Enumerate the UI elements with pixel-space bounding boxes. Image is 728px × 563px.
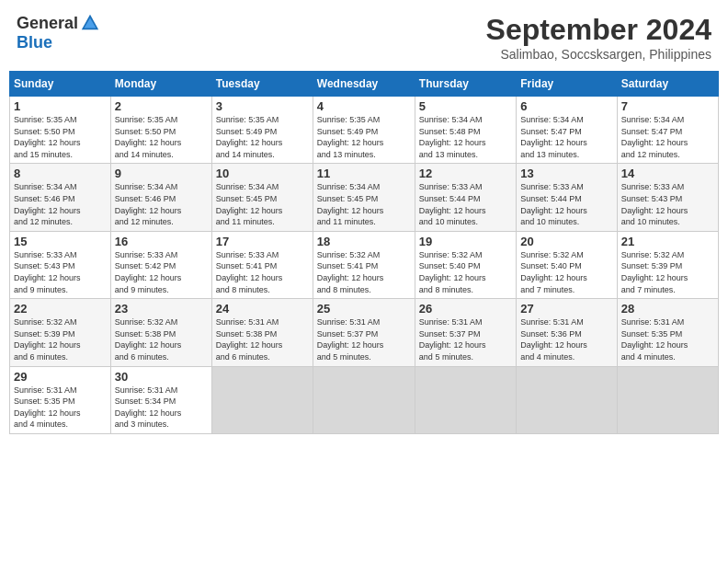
day-number: 1 xyxy=(14,99,107,113)
day-info: Sunrise: 5:33 AMSunset: 5:44 PMDaylight:… xyxy=(419,181,512,227)
day-number: 9 xyxy=(115,167,208,180)
calendar-cell: 23Sunrise: 5:32 AMSunset: 5:38 PMDayligh… xyxy=(110,299,211,366)
day-info: Sunrise: 5:31 AMSunset: 5:34 PMDaylight:… xyxy=(115,385,208,431)
calendar-cell: 14Sunrise: 5:33 AMSunset: 5:43 PMDayligh… xyxy=(617,164,718,231)
calendar-cell: 1Sunrise: 5:35 AMSunset: 5:50 PMDaylight… xyxy=(10,97,111,164)
calendar-cell: 18Sunrise: 5:32 AMSunset: 5:41 PMDayligh… xyxy=(313,231,415,298)
logo-icon xyxy=(80,13,100,33)
calendar-cell: 21Sunrise: 5:32 AMSunset: 5:39 PMDayligh… xyxy=(617,231,718,298)
day-info: Sunrise: 5:34 AMSunset: 5:47 PMDaylight:… xyxy=(621,114,714,160)
calendar-cell: 4Sunrise: 5:35 AMSunset: 5:49 PMDaylight… xyxy=(313,97,415,164)
day-number: 3 xyxy=(216,99,309,113)
day-info: Sunrise: 5:33 AMSunset: 5:44 PMDaylight:… xyxy=(520,181,612,227)
calendar-cell: 5Sunrise: 5:34 AMSunset: 5:48 PMDaylight… xyxy=(415,97,516,164)
day-info: Sunrise: 5:34 AMSunset: 5:45 PMDaylight:… xyxy=(317,181,411,227)
weekday-header-saturday: Saturday xyxy=(617,72,718,97)
calendar-table: SundayMondayTuesdayWednesdayThursdayFrid… xyxy=(9,71,719,434)
calendar-cell: 10Sunrise: 5:34 AMSunset: 5:45 PMDayligh… xyxy=(211,164,313,231)
weekday-header-thursday: Thursday xyxy=(415,72,516,97)
day-number: 7 xyxy=(621,99,714,113)
day-info: Sunrise: 5:31 AMSunset: 5:38 PMDaylight:… xyxy=(216,316,309,362)
day-info: Sunrise: 5:33 AMSunset: 5:43 PMDaylight:… xyxy=(14,249,107,295)
logo-blue-text: Blue xyxy=(17,33,52,52)
day-number: 21 xyxy=(621,235,714,248)
day-info: Sunrise: 5:32 AMSunset: 5:38 PMDaylight:… xyxy=(115,316,208,362)
weekday-header-monday: Monday xyxy=(110,72,211,97)
location: Salimbao, Soccsksargen, Philippines xyxy=(486,47,711,62)
calendar-cell: 20Sunrise: 5:32 AMSunset: 5:40 PMDayligh… xyxy=(517,231,617,298)
day-number: 16 xyxy=(115,235,208,248)
weekday-header-row: SundayMondayTuesdayWednesdayThursdayFrid… xyxy=(10,72,719,97)
calendar-cell: 17Sunrise: 5:33 AMSunset: 5:41 PMDayligh… xyxy=(211,231,313,298)
title-section: September 2024 Salimbao, Soccsksargen, P… xyxy=(486,13,711,62)
weekday-header-tuesday: Tuesday xyxy=(211,72,313,97)
day-number: 18 xyxy=(317,235,411,248)
calendar-cell: 19Sunrise: 5:32 AMSunset: 5:40 PMDayligh… xyxy=(415,231,516,298)
day-number: 24 xyxy=(216,302,309,316)
calendar-cell: 2Sunrise: 5:35 AMSunset: 5:50 PMDaylight… xyxy=(110,97,211,164)
day-info: Sunrise: 5:33 AMSunset: 5:43 PMDaylight:… xyxy=(621,181,714,227)
day-number: 20 xyxy=(520,235,612,248)
calendar-cell: 13Sunrise: 5:33 AMSunset: 5:44 PMDayligh… xyxy=(517,164,617,231)
day-number: 8 xyxy=(14,167,107,180)
day-info: Sunrise: 5:31 AMSunset: 5:37 PMDaylight:… xyxy=(419,316,512,362)
calendar-week-1: 1Sunrise: 5:35 AMSunset: 5:50 PMDaylight… xyxy=(10,97,719,164)
weekday-header-wednesday: Wednesday xyxy=(313,72,415,97)
day-number: 28 xyxy=(621,302,714,316)
day-info: Sunrise: 5:35 AMSunset: 5:49 PMDaylight:… xyxy=(317,114,411,160)
day-info: Sunrise: 5:32 AMSunset: 5:39 PMDaylight:… xyxy=(621,249,714,295)
day-info: Sunrise: 5:35 AMSunset: 5:49 PMDaylight:… xyxy=(216,114,309,160)
calendar-cell: 12Sunrise: 5:33 AMSunset: 5:44 PMDayligh… xyxy=(415,164,516,231)
calendar-cell: 3Sunrise: 5:35 AMSunset: 5:49 PMDaylight… xyxy=(211,97,313,164)
day-number: 27 xyxy=(520,302,612,316)
day-number: 30 xyxy=(115,370,208,384)
day-number: 23 xyxy=(115,302,208,316)
day-info: Sunrise: 5:31 AMSunset: 5:35 PMDaylight:… xyxy=(621,316,714,362)
day-number: 15 xyxy=(14,235,107,248)
page-header: General Blue September 2024 Salimbao, So… xyxy=(9,9,719,65)
day-info: Sunrise: 5:35 AMSunset: 5:50 PMDaylight:… xyxy=(115,114,208,160)
calendar-week-5: 29Sunrise: 5:31 AMSunset: 5:35 PMDayligh… xyxy=(10,366,719,433)
day-number: 25 xyxy=(317,302,411,316)
weekday-header-sunday: Sunday xyxy=(10,72,111,97)
day-number: 12 xyxy=(419,167,512,180)
calendar-cell: 15Sunrise: 5:33 AMSunset: 5:43 PMDayligh… xyxy=(10,231,111,298)
day-number: 5 xyxy=(419,99,512,113)
day-number: 19 xyxy=(419,235,512,248)
calendar-week-2: 8Sunrise: 5:34 AMSunset: 5:46 PMDaylight… xyxy=(10,164,719,231)
calendar-week-3: 15Sunrise: 5:33 AMSunset: 5:43 PMDayligh… xyxy=(10,231,719,298)
day-number: 13 xyxy=(520,167,612,180)
calendar-cell xyxy=(415,366,516,433)
day-info: Sunrise: 5:35 AMSunset: 5:50 PMDaylight:… xyxy=(14,114,107,160)
day-info: Sunrise: 5:33 AMSunset: 5:42 PMDaylight:… xyxy=(115,249,208,295)
day-info: Sunrise: 5:32 AMSunset: 5:40 PMDaylight:… xyxy=(520,249,612,295)
calendar-week-4: 22Sunrise: 5:32 AMSunset: 5:39 PMDayligh… xyxy=(10,299,719,366)
day-number: 10 xyxy=(216,167,309,180)
logo: General Blue xyxy=(17,13,100,52)
day-info: Sunrise: 5:34 AMSunset: 5:47 PMDaylight:… xyxy=(520,114,612,160)
day-info: Sunrise: 5:33 AMSunset: 5:41 PMDaylight:… xyxy=(216,249,309,295)
day-number: 2 xyxy=(115,99,208,113)
calendar-cell: 6Sunrise: 5:34 AMSunset: 5:47 PMDaylight… xyxy=(517,97,617,164)
calendar-cell: 8Sunrise: 5:34 AMSunset: 5:46 PMDaylight… xyxy=(10,164,111,231)
day-number: 4 xyxy=(317,99,411,113)
day-info: Sunrise: 5:31 AMSunset: 5:37 PMDaylight:… xyxy=(317,316,411,362)
day-info: Sunrise: 5:34 AMSunset: 5:46 PMDaylight:… xyxy=(115,181,208,227)
day-number: 11 xyxy=(317,167,411,180)
weekday-header-friday: Friday xyxy=(517,72,617,97)
calendar-cell xyxy=(313,366,415,433)
month-title: September 2024 xyxy=(486,13,711,47)
calendar-cell: 28Sunrise: 5:31 AMSunset: 5:35 PMDayligh… xyxy=(617,299,718,366)
day-number: 22 xyxy=(14,302,107,316)
calendar-cell: 7Sunrise: 5:34 AMSunset: 5:47 PMDaylight… xyxy=(617,97,718,164)
day-info: Sunrise: 5:34 AMSunset: 5:46 PMDaylight:… xyxy=(14,181,107,227)
logo-general-text: General xyxy=(17,14,78,33)
day-info: Sunrise: 5:31 AMSunset: 5:35 PMDaylight:… xyxy=(14,385,107,431)
day-number: 29 xyxy=(14,370,107,384)
calendar-cell: 9Sunrise: 5:34 AMSunset: 5:46 PMDaylight… xyxy=(110,164,211,231)
calendar-cell: 27Sunrise: 5:31 AMSunset: 5:36 PMDayligh… xyxy=(517,299,617,366)
day-number: 17 xyxy=(216,235,309,248)
calendar-cell: 30Sunrise: 5:31 AMSunset: 5:34 PMDayligh… xyxy=(110,366,211,433)
calendar-cell: 26Sunrise: 5:31 AMSunset: 5:37 PMDayligh… xyxy=(415,299,516,366)
day-info: Sunrise: 5:34 AMSunset: 5:48 PMDaylight:… xyxy=(419,114,512,160)
